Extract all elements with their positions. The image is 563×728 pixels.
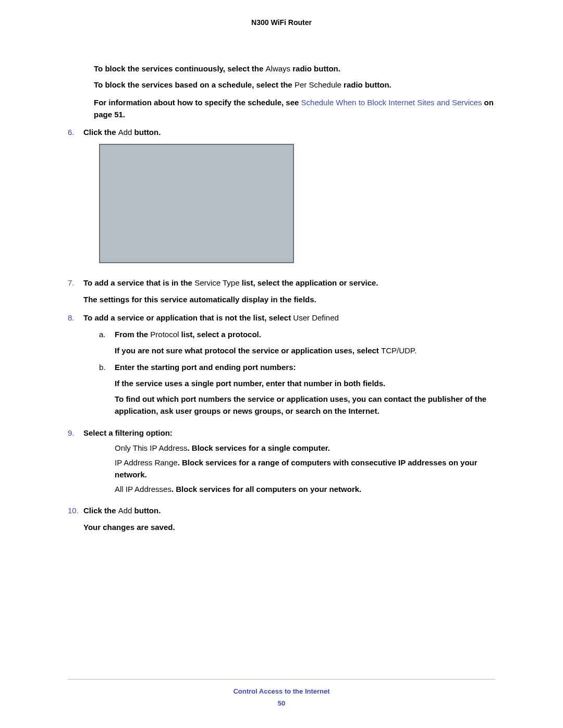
text-plain: IP Address Range [115, 458, 178, 467]
step-body: Click the Add button. Your changes are s… [83, 505, 495, 534]
text-bold: To add a service that is in the [83, 278, 194, 287]
substep-body: From the Protocol list, select a protoco… [115, 329, 495, 341]
step-6: 6. Click the Add button. [68, 127, 495, 271]
step-number: 8. [68, 312, 83, 422]
text-bold: If the service uses a single port number… [115, 379, 385, 388]
step-8: 8. To add a service or application that … [68, 312, 495, 422]
step-body: To add a service that is in the Service … [83, 277, 495, 306]
text-plain: Add [118, 506, 132, 515]
text-plain: Only This IP Address [115, 443, 188, 452]
text-bold: If you are not sure what protocol the se… [115, 346, 381, 355]
step-7: 7. To add a service that is in the Servi… [68, 277, 495, 306]
option-3: All IP Addresses. Block services for all… [115, 484, 495, 496]
text-bold: . Block services for all computers on yo… [172, 485, 361, 493]
text-plain: Protocol [150, 330, 179, 339]
footer-section-title: Control Access to the Internet [68, 687, 495, 695]
intro-line-1: To block the services continuously, sele… [94, 63, 495, 75]
text-plain: Add [118, 128, 132, 137]
substep-letter: b. [99, 362, 115, 374]
cross-reference-link[interactable]: Schedule When to Block Internet Sites an… [301, 98, 482, 107]
page-header-title: N300 WiFi Router [68, 18, 495, 27]
text-bold: To find out which port numbers the servi… [115, 394, 486, 415]
text-bold: Click the [83, 506, 118, 515]
text-bold: Your changes are saved. [83, 523, 175, 532]
document-page: N300 WiFi Router To block the services c… [0, 0, 563, 728]
text-plain: Always [266, 64, 291, 73]
text-bold: . Block services for a single computer. [188, 443, 330, 452]
step-9: 9. Select a filtering option: Only This … [68, 427, 495, 499]
step-body: Select a filtering option: Only This IP … [83, 427, 495, 499]
substep-b-para2: To find out which port numbers the servi… [115, 393, 495, 417]
substep-letter: a. [99, 329, 115, 341]
text-plain: Per Schedule [295, 80, 341, 89]
text-bold: To block the services based on a schedul… [94, 80, 295, 89]
text-bold: list, select a protocol. [179, 330, 261, 339]
text-bold: button. [132, 506, 161, 515]
intro-line-3: For information about how to specify the… [94, 97, 495, 120]
text-bold: button. [132, 128, 161, 137]
text-bold: Select a filtering option: [83, 428, 173, 437]
text-bold: From the [115, 330, 150, 339]
text-bold: Click the [83, 128, 118, 137]
page-content: To block the services continuously, sele… [68, 63, 495, 534]
step-number: 7. [68, 277, 83, 306]
step-number: 6. [68, 127, 83, 271]
text-plain: All IP Addresses [115, 485, 172, 493]
text-bold: The settings for this service automatica… [83, 295, 316, 304]
substep-b-para1: If the service uses a single port number… [115, 378, 495, 390]
screenshot-image-placeholder [99, 144, 294, 263]
option-1: Only This IP Address. Block services for… [115, 442, 495, 454]
text-bold: Enter the starting port and ending port … [115, 363, 296, 372]
footer-page-number: 50 [68, 699, 495, 707]
substep-a: a. From the Protocol list, select a prot… [99, 329, 495, 341]
step-body: To add a service or application that is … [83, 312, 495, 422]
substep-a-para: If you are not sure what protocol the se… [115, 345, 495, 357]
text-bold: To block the services continuously, sele… [94, 64, 266, 73]
text-plain: Service Type [194, 278, 239, 287]
step-10: 10. Click the Add button. Your changes a… [68, 505, 495, 534]
step-number: 9. [68, 427, 83, 499]
text-plain: TCP/UDP. [381, 346, 417, 355]
intro-line-2: To block the services based on a schedul… [94, 79, 495, 91]
text-bold: For information about how to specify the… [94, 98, 301, 107]
text-bold: To add a service or application that is … [83, 313, 293, 322]
step-number: 10. [68, 505, 83, 534]
option-2: IP Address Range. Block services for a r… [115, 457, 495, 480]
text-bold: radio button. [341, 80, 391, 89]
step-body: Click the Add button. [83, 127, 495, 271]
page-footer: Control Access to the Internet 50 [68, 679, 495, 707]
text-plain: User Defined [293, 313, 339, 322]
substep-body: Enter the starting port and ending port … [115, 362, 495, 374]
substep-b: b. Enter the starting port and ending po… [99, 362, 495, 374]
text-bold: radio button. [290, 64, 340, 73]
footer-divider [68, 679, 495, 680]
text-bold: list, select the application or service. [240, 278, 378, 287]
